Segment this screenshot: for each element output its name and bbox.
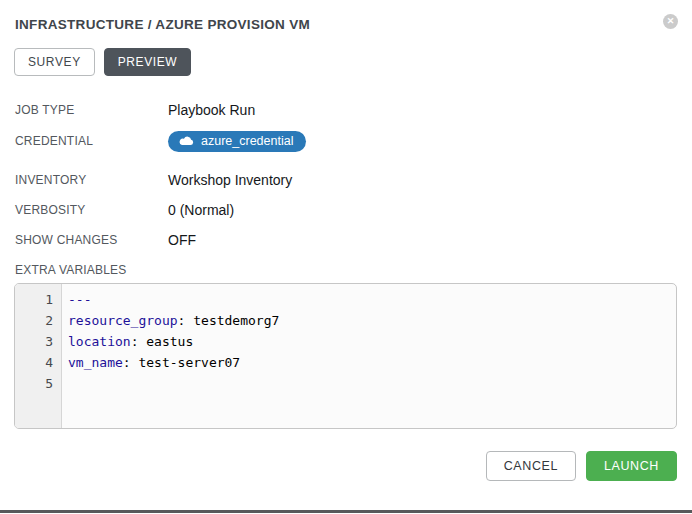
code-line: resource_group: testdemorg7 — [68, 310, 676, 331]
yaml-key: resource_group — [68, 313, 178, 328]
line-number: 3 — [15, 331, 53, 352]
detail-row-job-type: JOB TYPE Playbook Run — [15, 100, 678, 120]
code-line: --- — [68, 289, 676, 310]
line-number: 5 — [15, 373, 53, 394]
editor-line-number-gutter: 1 2 3 4 5 — [15, 284, 62, 428]
detail-row-inventory: INVENTORY Workshop Inventory — [15, 170, 678, 190]
launch-button[interactable]: LAUNCH — [586, 451, 677, 481]
extra-variables-editor[interactable]: 1 2 3 4 5 --- resource_group: testdemorg… — [14, 283, 677, 429]
detail-label-credential: CREDENTIAL — [15, 134, 168, 148]
editor-code-area[interactable]: --- resource_group: testdemorg7 location… — [62, 284, 676, 428]
modal-header: INFRASTRUCTURE / AZURE PROVISION VM ✕ — [14, 14, 678, 32]
line-number: 1 — [15, 289, 53, 310]
extra-variables-label: EXTRA VARIABLES — [15, 263, 678, 277]
modal-actions: CANCEL LAUNCH — [14, 451, 678, 481]
detail-row-verbosity: VERBOSITY 0 (Normal) — [15, 200, 678, 220]
detail-label-inventory: INVENTORY — [15, 173, 168, 187]
yaml-key: location — [68, 334, 131, 349]
yaml-key: vm_name — [68, 355, 123, 370]
launch-preview-page: INFRASTRUCTURE / AZURE PROVISION VM ✕ SU… — [0, 0, 692, 514]
cancel-button[interactable]: CANCEL — [486, 451, 576, 481]
tab-survey[interactable]: SURVEY — [14, 48, 95, 76]
tab-preview[interactable]: PREVIEW — [104, 48, 192, 76]
cloud-icon — [179, 135, 194, 146]
credential-badge[interactable]: azure_credential — [168, 131, 306, 152]
detail-value-job-type: Playbook Run — [168, 102, 255, 118]
yaml-value: : eastus — [131, 334, 194, 349]
credential-badge-label: azure_credential — [201, 134, 293, 148]
close-icon: ✕ — [667, 16, 675, 26]
modal-title: INFRASTRUCTURE / AZURE PROVISION VM — [14, 14, 310, 32]
line-number: 2 — [15, 310, 53, 331]
detail-row-credential: CREDENTIAL azure_credential — [15, 130, 678, 152]
tab-bar: SURVEY PREVIEW — [14, 48, 678, 76]
job-details: JOB TYPE Playbook Run CREDENTIAL azure_c… — [15, 100, 678, 250]
detail-label-show-changes: SHOW CHANGES — [15, 233, 168, 247]
code-line: vm_name: test-server07 — [68, 352, 676, 373]
detail-value-show-changes: OFF — [168, 232, 196, 248]
detail-value-inventory: Workshop Inventory — [168, 172, 292, 188]
detail-label-job-type: JOB TYPE — [15, 103, 168, 117]
close-button[interactable]: ✕ — [663, 14, 678, 29]
launch-preview-modal: INFRASTRUCTURE / AZURE PROVISION VM ✕ SU… — [0, 0, 692, 481]
detail-value-verbosity: 0 (Normal) — [168, 202, 234, 218]
code-line: location: eastus — [68, 331, 676, 352]
code-line — [68, 373, 676, 394]
line-number: 4 — [15, 352, 53, 373]
detail-row-show-changes: SHOW CHANGES OFF — [15, 230, 678, 250]
page-bottom-border — [0, 510, 692, 513]
detail-label-verbosity: VERBOSITY — [15, 203, 168, 217]
yaml-value: : test-server07 — [123, 355, 240, 370]
yaml-doc-marker: --- — [68, 292, 91, 307]
yaml-value: : testdemorg7 — [178, 313, 280, 328]
